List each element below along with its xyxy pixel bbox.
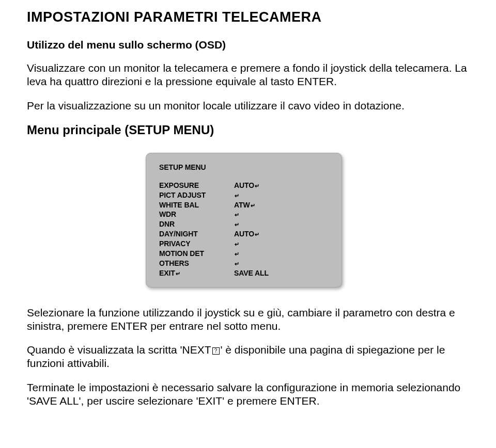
paragraph-4: Quando è visualizzata la scritta 'NEXT?'… xyxy=(27,343,475,371)
osd-row: MOTION DET↵ xyxy=(159,249,331,259)
enter-icon: ↵ xyxy=(235,241,239,248)
osd-row: PRIVACY↵ xyxy=(159,239,331,249)
paragraph-1: Visualizzare con un monitor la telecamer… xyxy=(27,61,475,89)
enter-icon: ↵ xyxy=(235,192,239,200)
osd-row-label: EXIT↵ xyxy=(159,268,234,278)
osd-row-value: ↵ xyxy=(234,249,331,259)
osd-menu-title: SETUP MENU xyxy=(159,163,331,171)
paragraph-4-pre: Quando è visualizzata la scritta 'NEXT xyxy=(27,344,211,356)
osd-row-label: DNR xyxy=(159,219,234,229)
osd-row-value: SAVE ALL xyxy=(234,268,331,278)
enter-icon: ↵ xyxy=(235,250,239,258)
enter-icon: ↵ xyxy=(235,260,239,268)
paragraph-3: Selezionare la funzione utilizzando il j… xyxy=(27,306,475,333)
enter-icon: ↵ xyxy=(251,202,255,210)
osd-row-label: EXPOSURE xyxy=(159,181,234,190)
osd-row-value: ATW↵ xyxy=(234,200,331,210)
osd-row-label: DAY/NIGHT xyxy=(159,229,234,239)
enter-icon: ↵ xyxy=(255,182,259,190)
osd-panel: SETUP MENU EXPOSUREAUTO↵PICT ADJUST↵WHIT… xyxy=(146,153,342,287)
osd-row: EXPOSUREAUTO↵ xyxy=(159,181,331,190)
next-glyph-icon: ? xyxy=(212,347,220,355)
osd-row-value: ↵ xyxy=(234,219,331,229)
osd-row: WHITE BALATW↵ xyxy=(159,200,331,210)
enter-icon: ↵ xyxy=(176,270,180,278)
osd-row-label: WDR xyxy=(159,210,234,219)
osd-row: WDR↵ xyxy=(159,210,331,219)
osd-row-value: ↵ xyxy=(234,239,331,249)
paragraph-2: Per la visualizzazione su un monitor loc… xyxy=(27,99,475,113)
osd-row-value: ↵ xyxy=(234,190,331,200)
enter-icon: ↵ xyxy=(235,211,239,219)
osd-row: PICT ADJUST↵ xyxy=(159,190,331,200)
section-subtitle: Utilizzo del menu sullo schermo (OSD) xyxy=(27,39,475,51)
enter-icon: ↵ xyxy=(235,221,239,229)
osd-row: DAY/NIGHTAUTO↵ xyxy=(159,229,331,239)
osd-row-label: OTHERS xyxy=(159,259,234,268)
osd-row-value: ↵ xyxy=(234,259,331,268)
osd-row-label: PICT ADJUST xyxy=(159,190,234,200)
osd-row-label: WHITE BAL xyxy=(159,200,234,210)
osd-row: OTHERS↵ xyxy=(159,259,331,268)
osd-row-value: ↵ xyxy=(234,210,331,219)
osd-row-value: AUTO↵ xyxy=(234,229,331,239)
page-title: IMPOSTAZIONI PARAMETRI TELECAMERA xyxy=(27,9,475,25)
osd-screenshot: SETUP MENU EXPOSUREAUTO↵PICT ADJUST↵WHIT… xyxy=(146,153,342,287)
enter-icon: ↵ xyxy=(255,231,259,238)
osd-row-value: AUTO↵ xyxy=(234,181,331,190)
paragraph-5: Terminate le impostazioni è necessario s… xyxy=(27,381,475,408)
osd-row: EXIT↵SAVE ALL xyxy=(159,268,331,278)
osd-row-label: PRIVACY xyxy=(159,239,234,249)
section-heading: Menu principale (SETUP MENU) xyxy=(27,123,475,137)
osd-row: DNR↵ xyxy=(159,219,331,229)
osd-row-label: MOTION DET xyxy=(159,249,234,259)
